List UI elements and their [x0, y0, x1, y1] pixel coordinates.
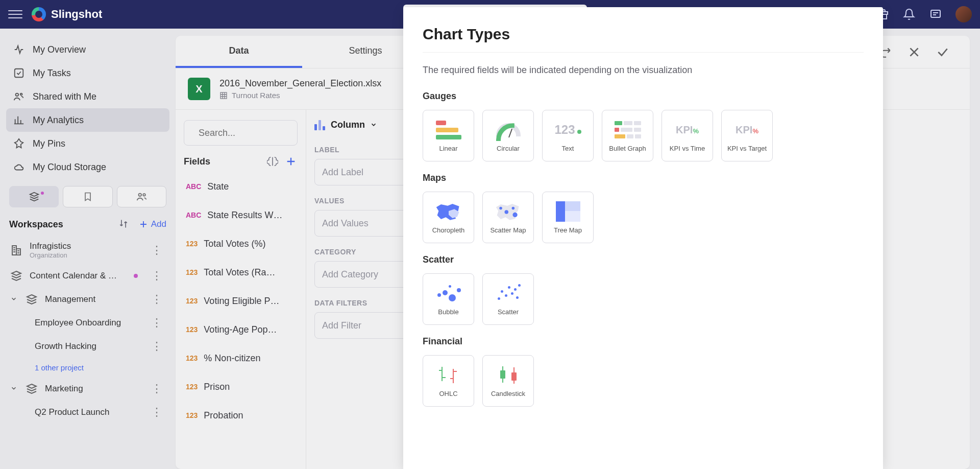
field-name: Total Votes (Ra… — [204, 267, 296, 278]
fields-title: Fields — [184, 156, 261, 167]
section-label-data-filters: DATA FILTERS — [314, 299, 410, 307]
group-gauges: Gauges — [423, 91, 861, 102]
field-item[interactable]: 123% Non-citizen — [184, 345, 298, 371]
app-name: Slingshot — [51, 8, 102, 21]
chart-type-bubble[interactable]: Bubble — [423, 273, 474, 325]
more-icon[interactable]: ⋮ — [148, 406, 165, 419]
chart-type-ohlc[interactable]: OHLC — [423, 355, 474, 407]
nav-my-tasks[interactable]: My Tasks — [6, 61, 169, 85]
tab-data[interactable]: Data — [176, 36, 302, 68]
nav-my-pins[interactable]: My Pins — [6, 132, 169, 155]
chart-type-kpi-vs-target[interactable]: KPI% KPI vs Target — [721, 110, 773, 161]
menu-toggle[interactable] — [8, 7, 22, 21]
search-input[interactable] — [199, 128, 317, 138]
more-icon[interactable]: ⋮ — [148, 316, 165, 330]
section-label-values: VALUES — [314, 197, 410, 205]
workspace-item-infragistics[interactable]: Infragistics Organization ⋮ — [6, 236, 169, 264]
chevron-down-icon — [10, 385, 18, 393]
sort-icon[interactable] — [118, 219, 130, 230]
workspace-item-q2-product-launch[interactable]: Q2 Product Launch ⋮ — [6, 401, 169, 424]
field-item[interactable]: 123Total Votes (%) — [184, 230, 298, 257]
field-item[interactable]: ABCState Results W… — [184, 202, 298, 228]
user-avatar[interactable] — [955, 6, 972, 22]
section-label-label: LABEL — [314, 146, 410, 154]
field-item[interactable]: 123Prison — [184, 373, 298, 400]
chat-icon[interactable] — [929, 8, 942, 21]
svg-rect-8 — [220, 92, 227, 99]
chart-type-scatter-map[interactable]: Scatter Map — [482, 192, 534, 243]
sidebar: My Overview My Tasks Shared with Me My A… — [0, 29, 176, 469]
bell-icon[interactable] — [902, 8, 916, 21]
chart-type-text[interactable]: 123 Text — [542, 110, 594, 161]
field-item[interactable]: 123Total Votes (Ra… — [184, 259, 298, 286]
side-btn-people[interactable] — [117, 186, 166, 207]
side-btn-collections[interactable] — [9, 186, 59, 207]
workspace-item-employee-onboarding[interactable]: Employee Onboarding ⋮ — [6, 311, 169, 335]
category-drop-zone[interactable]: Add Category — [314, 261, 410, 288]
chart-type-circular[interactable]: Circular — [482, 110, 534, 161]
text-type-icon: ABC — [186, 211, 201, 219]
chart-type-tree-map[interactable]: Tree Map — [542, 192, 594, 243]
filter-drop-zone[interactable]: Add Filter — [314, 312, 410, 339]
visualization-type-selector[interactable]: Column — [314, 117, 410, 134]
field-item[interactable]: 123Voting Eligible P… — [184, 288, 298, 314]
field-search[interactable] — [184, 120, 298, 146]
workspace-more-projects-link[interactable]: 1 other project — [6, 358, 169, 377]
side-btn-bookmark[interactable] — [63, 186, 112, 207]
label-drop-zone[interactable]: Add Label — [314, 159, 410, 185]
brain-icon[interactable] — [266, 155, 279, 168]
nav-shared-with-me[interactable]: Shared with Me — [6, 85, 169, 108]
add-field-icon[interactable] — [284, 155, 298, 168]
svg-point-4 — [139, 194, 142, 197]
sheet-name: Turnout Rates — [232, 91, 280, 100]
svg-point-2 — [16, 93, 18, 97]
svg-rect-0 — [931, 10, 940, 17]
svg-point-12 — [511, 207, 514, 210]
field-name: State Results W… — [207, 210, 296, 221]
chart-type-candlestick[interactable]: Candlestick — [482, 355, 534, 407]
values-drop-zone[interactable]: Add Values — [314, 210, 410, 237]
more-icon[interactable]: ⋮ — [148, 293, 165, 306]
more-icon[interactable]: ⋮ — [148, 244, 165, 257]
layers-icon — [26, 383, 38, 395]
field-item[interactable]: ABCState — [184, 173, 298, 200]
more-icon[interactable]: ⋮ — [148, 382, 165, 395]
chart-type-bullet-graph[interactable]: Bullet Graph — [602, 110, 653, 161]
chart-type-linear[interactable]: Linear — [423, 110, 474, 161]
chart-types-popup: Chart Types The required fields will be … — [403, 7, 883, 469]
number-type-icon: 123 — [186, 325, 198, 334]
workspace-item-marketing[interactable]: Marketing ⋮ — [6, 377, 169, 401]
nav-my-overview[interactable]: My Overview — [6, 38, 169, 61]
workspace-item-content-calendar[interactable]: Content Calendar & … ⋮ — [6, 264, 169, 288]
chart-type-kpi-vs-time[interactable]: KPI% KPI vs Time — [662, 110, 713, 161]
column-chart-icon — [314, 119, 326, 130]
field-name: % Non-citizen — [204, 353, 296, 364]
app-logo[interactable]: Slingshot — [32, 7, 102, 21]
more-icon[interactable]: ⋮ — [148, 340, 165, 353]
share-people-icon — [13, 91, 24, 102]
chevron-down-icon — [10, 295, 18, 303]
nav-my-analytics[interactable]: My Analytics — [6, 108, 169, 132]
field-item[interactable]: 123Voting-Age Pop… — [184, 316, 298, 343]
chevron-down-icon — [370, 121, 377, 128]
nav-label: My Cloud Storage — [33, 162, 106, 173]
number-type-icon: 123 — [186, 297, 198, 305]
analytics-icon — [13, 114, 24, 126]
nav-my-cloud-storage[interactable]: My Cloud Storage — [6, 155, 169, 179]
chart-type-choropleth[interactable]: Choropleth — [423, 192, 474, 243]
workspace-item-management[interactable]: Management ⋮ — [6, 288, 169, 311]
more-icon[interactable]: ⋮ — [148, 269, 165, 283]
workspace-item-growth-hacking[interactable]: Growth Hacking ⋮ — [6, 335, 169, 358]
logo-icon — [32, 7, 46, 21]
svg-point-13 — [512, 213, 517, 217]
close-icon[interactable] — [908, 45, 921, 59]
field-item[interactable]: 123Probation — [184, 402, 298, 429]
building-icon — [10, 244, 22, 256]
workspaces-add[interactable]: Add — [139, 219, 166, 229]
group-financial: Financial — [423, 336, 861, 347]
confirm-icon[interactable] — [936, 45, 949, 59]
workspaces-title: Workspaces — [9, 219, 118, 230]
layers-icon — [26, 293, 38, 306]
nav-label: My Overview — [33, 44, 86, 55]
chart-type-scatter[interactable]: Scatter — [482, 273, 534, 325]
